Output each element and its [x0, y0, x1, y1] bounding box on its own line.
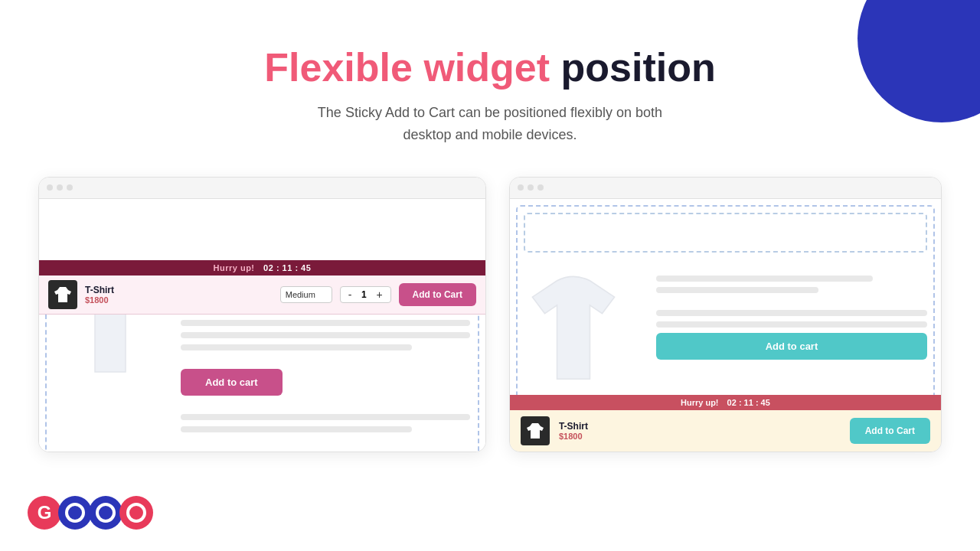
- left-browser-mock: Hurry up! 02 : 11 : 45 T-Shirt $1800: [38, 177, 486, 452]
- logo-o2: [89, 496, 122, 530]
- right-sticky-bar-bottom: Hurry up! 02 : 11 : 45 T-Shirt: [510, 395, 941, 452]
- browser-dot-3: [67, 184, 73, 191]
- right-sticky-product-row: T-Shirt $1800 Add to Cart: [510, 410, 941, 452]
- right-product-price: $1800: [559, 432, 841, 441]
- right-browser-mock: Add to cart Hurry up! 02 : 11 : 45: [509, 177, 942, 452]
- right-body-area: Add to cart: [524, 265, 927, 386]
- right-mock-details: Add to cart: [656, 265, 927, 360]
- placeholder-line-7: [181, 426, 412, 432]
- left-browser-content: Hurry up! 02 : 11 : 45 T-Shirt $1800: [39, 260, 485, 452]
- header: Flexible widget position The Sticky Add …: [0, 0, 980, 161]
- title-normal-word: position: [561, 45, 716, 90]
- left-browser-chrome: [39, 178, 485, 199]
- left-sticky-bar-top: Hurry up! 02 : 11 : 45 T-Shirt $1800: [39, 260, 485, 315]
- placeholder-line-6: [181, 414, 470, 420]
- browser-dot-1: [47, 184, 53, 191]
- left-product-info: T-Shirt $1800: [85, 285, 273, 305]
- right-content-inner: Add to cart Hurry up! 02 : 11 : 45: [510, 199, 941, 452]
- right-hurry-bar: Hurry up! 02 : 11 : 45: [510, 395, 941, 410]
- right-inline-add-to-cart-button[interactable]: Add to cart: [656, 333, 927, 360]
- right-browser-dot-2: [528, 184, 534, 191]
- page-title: Flexible widget position: [0, 46, 980, 90]
- placeholder-line-4: [181, 332, 470, 338]
- right-placeholder-2: [656, 287, 818, 293]
- left-product-price: $1800: [85, 295, 273, 305]
- right-browser-dot-3: [537, 184, 544, 191]
- left-add-to-cart-top-button[interactable]: Add to Cart: [399, 283, 476, 306]
- variant-select[interactable]: Medium Small Large: [280, 286, 332, 303]
- logo-o1: [58, 496, 92, 530]
- title-highlight: Flexible widget: [264, 45, 550, 90]
- logo-g: G: [28, 496, 61, 530]
- right-placeholder-3: [656, 310, 927, 316]
- right-product-thumb: [521, 416, 550, 445]
- right-top-placeholder: [524, 213, 927, 253]
- page-wrapper: Flexible widget position The Sticky Add …: [0, 0, 980, 551]
- left-timer: 02 : 11 : 45: [263, 263, 311, 272]
- logo-area: G: [28, 496, 153, 530]
- variant-select-wrapper: Medium Small Large: [280, 286, 332, 303]
- left-hurry-bar: Hurry up! 02 : 11 : 45: [39, 260, 485, 276]
- right-timer: 02 : 11 : 45: [727, 398, 770, 407]
- right-product-info: T-Shirt $1800: [559, 421, 841, 441]
- left-qty-control: - 1 +: [340, 286, 391, 303]
- left-hurry-label: Hurry up!: [214, 263, 255, 272]
- left-inline-add-to-cart-button[interactable]: Add to cart: [181, 369, 283, 396]
- qty-minus-btn[interactable]: -: [347, 289, 354, 301]
- right-add-to-cart-bottom-button[interactable]: Add to Cart: [850, 418, 930, 444]
- logo-o3: [119, 496, 153, 530]
- right-browser-content: Add to cart Hurry up! 02 : 11 : 45: [510, 199, 941, 452]
- right-shirt-area: [524, 265, 642, 390]
- right-placeholder-4: [656, 321, 927, 328]
- right-shirt-illustration: [524, 272, 642, 390]
- left-product-name: T-Shirt: [85, 285, 273, 295]
- left-sticky-product-row: T-Shirt $1800 Medium Small Large -: [39, 276, 485, 315]
- qty-value: 1: [358, 289, 370, 300]
- right-browser-chrome: [510, 178, 941, 199]
- tshirt-icon-right: [526, 422, 544, 440]
- placeholder-line-3: [181, 320, 470, 326]
- left-product-thumb: [48, 280, 77, 309]
- placeholder-line-5: [181, 344, 412, 350]
- subtitle: The Sticky Add to Cart can be positioned…: [0, 102, 980, 146]
- right-product-name: T-Shirt: [559, 421, 841, 432]
- screens-container: Hurry up! 02 : 11 : 45 T-Shirt $1800: [0, 161, 980, 452]
- browser-dot-2: [57, 184, 63, 191]
- right-hurry-label: Hurry up!: [681, 398, 719, 407]
- right-placeholder-1: [656, 276, 873, 282]
- tshirt-icon-left: [54, 285, 72, 304]
- spacer2: [181, 402, 470, 408]
- qty-plus-btn[interactable]: +: [374, 289, 384, 301]
- right-browser-dot-1: [518, 184, 524, 191]
